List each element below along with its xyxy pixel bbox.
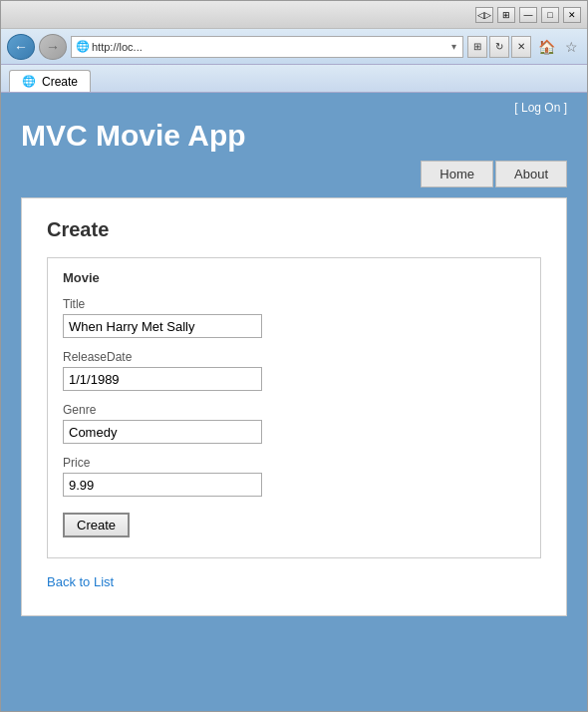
app-header: [ Log On ] MVC Movie App Home About — [1, 93, 587, 197]
forward-button[interactable]: → — [39, 34, 67, 60]
price-label: Price — [63, 456, 525, 470]
stop-btn[interactable]: ✕ — [511, 36, 531, 58]
browser-window: ◁▷ ⊞ — □ ✕ ← → 🌐 http://loc... ▾ ⊞ ↻ ✕ 🏠… — [0, 0, 588, 712]
title-input[interactable] — [63, 314, 262, 338]
app-content: Create Movie Title ReleaseDate Genre — [1, 197, 587, 636]
title-label: Title — [63, 297, 525, 311]
favorites-star-btn[interactable]: ☆ — [562, 39, 581, 55]
favorites-btn[interactable]: ⊞ — [467, 36, 487, 58]
maximize-btn[interactable]: □ — [541, 7, 559, 23]
address-bar: ← → 🌐 http://loc... ▾ ⊞ ↻ ✕ 🏠 ☆ — [1, 29, 587, 65]
tab-favicon-icon: 🌐 — [22, 75, 36, 88]
address-field[interactable]: 🌐 http://loc... ▾ — [71, 36, 463, 58]
price-input[interactable] — [63, 473, 262, 497]
releasedate-group: ReleaseDate — [63, 350, 525, 391]
close-btn[interactable]: ✕ — [563, 7, 581, 23]
form-section: Movie Title ReleaseDate Genre Pr — [47, 257, 541, 558]
page-icon: 🌐 — [76, 40, 90, 53]
code-icon-btn[interactable]: ◁▷ — [475, 7, 493, 23]
search-dropdown[interactable]: ▾ — [449, 41, 458, 52]
releasedate-label: ReleaseDate — [63, 350, 525, 364]
tabs-btn[interactable]: ⊞ — [497, 7, 515, 23]
logon-link[interactable]: [ Log On ] — [514, 101, 567, 115]
back-button[interactable]: ← — [7, 34, 35, 60]
nav-about-button[interactable]: About — [495, 161, 567, 187]
title-bar: ◁▷ ⊞ — □ ✕ — [1, 1, 587, 29]
app-title: MVC Movie App — [21, 119, 567, 153]
releasedate-input[interactable] — [63, 367, 262, 391]
minimize-btn[interactable]: — — [519, 7, 537, 23]
address-actions: ⊞ ↻ ✕ — [467, 36, 531, 58]
nav-bar: Home About — [21, 161, 567, 197]
back-to-list-link[interactable]: Back to List — [47, 574, 114, 589]
genre-group: Genre — [63, 403, 525, 444]
home-btn[interactable]: 🏠 — [535, 39, 558, 55]
app-wrapper: [ Log On ] MVC Movie App Home About Crea… — [1, 93, 587, 711]
form-section-title: Movie — [63, 270, 525, 285]
price-group: Price — [63, 456, 525, 497]
page-title: Create — [47, 218, 541, 241]
content-card: Create Movie Title ReleaseDate Genre — [21, 197, 567, 616]
tab-label: Create — [42, 75, 78, 89]
genre-input[interactable] — [63, 420, 262, 444]
nav-home-button[interactable]: Home — [421, 161, 493, 187]
header-top: [ Log On ] — [21, 101, 567, 115]
address-text: http://loc... — [92, 41, 447, 53]
genre-label: Genre — [63, 403, 525, 417]
active-tab[interactable]: 🌐 Create — [9, 70, 91, 92]
title-group: Title — [63, 297, 525, 338]
tab-bar: 🌐 Create — [1, 65, 587, 93]
create-button[interactable]: Create — [63, 513, 130, 537]
refresh-btn[interactable]: ↻ — [489, 36, 509, 58]
